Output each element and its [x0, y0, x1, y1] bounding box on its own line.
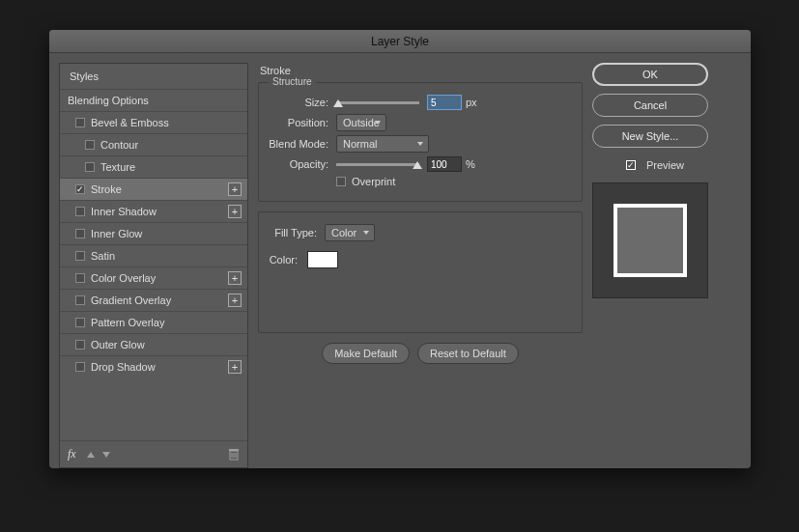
- sidebar-blending-options[interactable]: Blending Options: [60, 89, 247, 111]
- overprint-label: Overprint: [352, 176, 395, 187]
- sidebar-item-texture[interactable]: Texture: [60, 155, 247, 178]
- svg-rect-1: [229, 449, 239, 451]
- blendmode-dropdown[interactable]: Normal: [336, 135, 429, 153]
- add-effect-icon[interactable]: +: [228, 205, 242, 218]
- sidebar-item-label: Blending Options: [68, 95, 149, 106]
- sidebar-item-label: Texture: [100, 161, 135, 173]
- cancel-button[interactable]: Cancel: [592, 94, 708, 117]
- sidebar-item-checkbox[interactable]: [75, 229, 85, 238]
- sidebar-item-inner-shadow[interactable]: Inner Shadow+: [60, 200, 247, 222]
- sidebar-item-label: Pattern Overlay: [91, 317, 164, 328]
- sidebar-item-outer-glow[interactable]: Outer Glow: [60, 333, 247, 355]
- sidebar-item-checkbox[interactable]: [75, 340, 85, 350]
- add-effect-icon[interactable]: +: [228, 294, 242, 307]
- color-swatch[interactable]: [307, 251, 338, 268]
- size-input[interactable]: [427, 95, 462, 110]
- opacity-label: Opacity:: [269, 158, 336, 170]
- ok-button[interactable]: OK: [592, 63, 708, 86]
- sidebar-item-label: Inner Glow: [91, 228, 142, 239]
- sidebar-item-drop-shadow[interactable]: Drop Shadow+: [60, 355, 247, 378]
- structure-legend: Structure: [269, 76, 316, 87]
- preview-sample: [617, 208, 683, 273]
- size-unit: px: [466, 97, 477, 108]
- arrow-up-icon[interactable]: [86, 450, 96, 460]
- right-column: OK Cancel New Style... Preview: [592, 63, 718, 468]
- sidebar-item-stroke[interactable]: Stroke+: [60, 178, 247, 200]
- preview-label: Preview: [646, 159, 684, 171]
- overprint-checkbox[interactable]: [336, 177, 346, 186]
- sidebar-item-checkbox[interactable]: [75, 207, 85, 216]
- sidebar-item-checkbox[interactable]: [85, 162, 95, 172]
- structure-group: Structure Size: px Position: Outside Ble…: [258, 82, 583, 202]
- fill-group: Fill Type: Color Color:: [258, 211, 583, 333]
- filltype-value: Color: [331, 227, 357, 238]
- opacity-slider[interactable]: [336, 163, 419, 166]
- position-value: Outside: [343, 117, 380, 128]
- sidebar-item-label: Outer Glow: [91, 339, 145, 350]
- stroke-panel: Stroke Structure Size: px Position: Outs…: [258, 63, 583, 468]
- sidebar-item-label: Drop Shadow: [91, 361, 156, 373]
- sidebar-item-checkbox[interactable]: [75, 118, 85, 127]
- position-label: Position:: [269, 117, 336, 128]
- sidebar-item-checkbox[interactable]: [85, 140, 95, 150]
- sidebar-item-pattern-overlay[interactable]: Pattern Overlay: [60, 311, 247, 333]
- add-effect-icon[interactable]: +: [228, 360, 242, 374]
- size-label: Size:: [269, 97, 336, 108]
- sidebar-item-label: Contour: [100, 139, 138, 151]
- sidebar-header: Styles: [60, 64, 247, 89]
- opacity-unit: %: [466, 158, 475, 170]
- reset-default-button[interactable]: Reset to Default: [417, 343, 519, 364]
- dialog-title: Layer Style: [49, 30, 751, 53]
- sidebar-item-inner-glow[interactable]: Inner Glow: [60, 222, 247, 244]
- sidebar-item-label: Stroke: [91, 183, 122, 195]
- sidebar-item-checkbox[interactable]: [75, 295, 85, 305]
- preview-thumbnail: [592, 182, 708, 298]
- sidebar-item-label: Satin: [91, 250, 115, 262]
- styles-sidebar: Styles Blending Options Bevel & EmbossCo…: [59, 63, 248, 468]
- position-dropdown[interactable]: Outside: [336, 114, 386, 131]
- size-slider[interactable]: [336, 101, 419, 104]
- filltype-dropdown[interactable]: Color: [325, 224, 375, 241]
- sidebar-item-color-overlay[interactable]: Color Overlay+: [60, 266, 247, 289]
- opacity-input[interactable]: [427, 156, 462, 172]
- add-effect-icon[interactable]: +: [228, 271, 242, 285]
- color-label: Color:: [269, 254, 305, 266]
- trash-icon[interactable]: [228, 448, 240, 461]
- new-style-button[interactable]: New Style...: [592, 125, 708, 148]
- sidebar-item-checkbox[interactable]: [75, 251, 85, 261]
- sidebar-item-label: Inner Shadow: [91, 206, 157, 217]
- sidebar-footer: fx: [60, 440, 247, 467]
- sidebar-item-checkbox[interactable]: [75, 184, 85, 194]
- make-default-button[interactable]: Make Default: [322, 343, 410, 364]
- layer-style-dialog: Layer Style Styles Blending Options Beve…: [49, 30, 751, 468]
- add-effect-icon[interactable]: +: [228, 182, 242, 196]
- sidebar-item-bevel-emboss[interactable]: Bevel & Emboss: [60, 111, 247, 133]
- blendmode-value: Normal: [343, 138, 377, 150]
- sidebar-item-label: Color Overlay: [91, 272, 156, 284]
- arrow-down-icon[interactable]: [101, 450, 111, 460]
- fx-icon[interactable]: fx: [68, 447, 76, 462]
- preview-checkbox[interactable]: [626, 160, 636, 170]
- sidebar-item-checkbox[interactable]: [75, 273, 85, 283]
- sidebar-item-satin[interactable]: Satin: [60, 244, 247, 266]
- sidebar-item-checkbox[interactable]: [75, 362, 85, 372]
- blendmode-label: Blend Mode:: [269, 138, 336, 150]
- sidebar-item-gradient-overlay[interactable]: Gradient Overlay+: [60, 289, 247, 311]
- sidebar-item-contour[interactable]: Contour: [60, 133, 247, 155]
- sidebar-item-checkbox[interactable]: [75, 318, 85, 327]
- sidebar-item-label: Gradient Overlay: [91, 294, 171, 306]
- filltype-label: Fill Type:: [269, 227, 325, 238]
- sidebar-item-label: Bevel & Emboss: [91, 117, 169, 128]
